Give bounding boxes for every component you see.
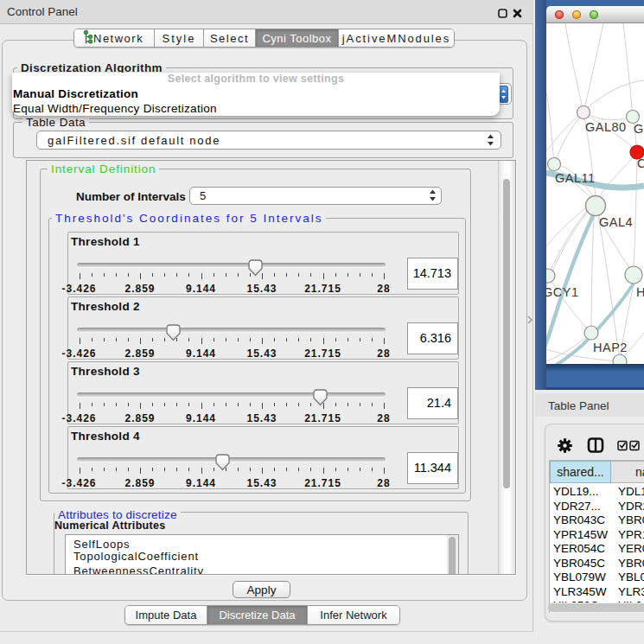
svg-text:GCY1: GCY1 [546,285,579,299]
svg-text:GAL11: GAL11 [555,171,596,185]
svg-text:HAP2: HAP2 [593,341,628,354]
svg-text:H: H [636,285,644,299]
svg-text:GAL80: GAL80 [585,120,627,134]
svg-text:GAL4: GAL4 [599,215,633,229]
svg-text:C: C [637,156,644,170]
svg-text:GA: GA [634,122,644,136]
